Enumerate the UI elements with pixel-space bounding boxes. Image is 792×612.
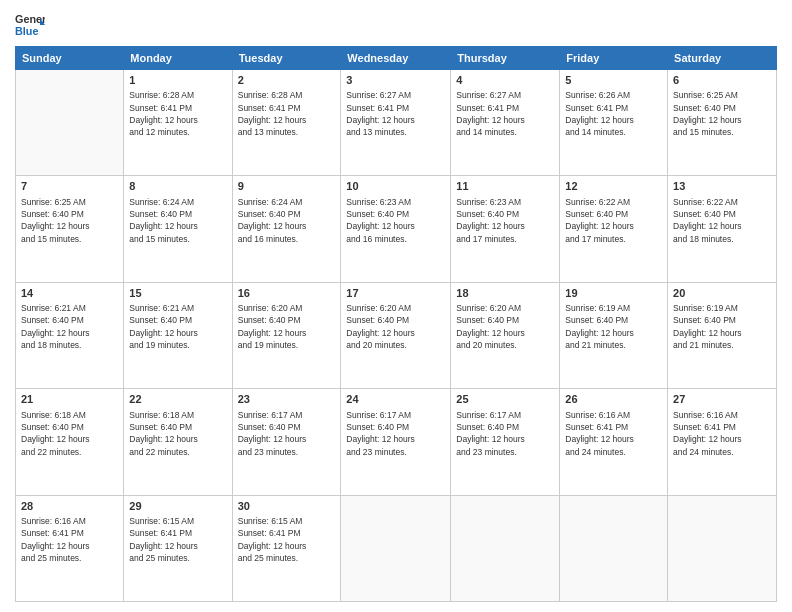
day-number: 13 xyxy=(673,179,771,194)
calendar-cell: 9Sunrise: 6:24 AM Sunset: 6:40 PM Daylig… xyxy=(232,176,341,282)
calendar-cell: 13Sunrise: 6:22 AM Sunset: 6:40 PM Dayli… xyxy=(668,176,777,282)
calendar-cell: 27Sunrise: 6:16 AM Sunset: 6:41 PM Dayli… xyxy=(668,389,777,495)
day-number: 17 xyxy=(346,286,445,301)
day-info: Sunrise: 6:19 AM Sunset: 6:40 PM Dayligh… xyxy=(565,302,662,351)
calendar-cell: 12Sunrise: 6:22 AM Sunset: 6:40 PM Dayli… xyxy=(560,176,668,282)
day-number: 29 xyxy=(129,499,226,514)
day-number: 22 xyxy=(129,392,226,407)
calendar-cell xyxy=(560,495,668,601)
day-info: Sunrise: 6:24 AM Sunset: 6:40 PM Dayligh… xyxy=(129,196,226,245)
day-header-tuesday: Tuesday xyxy=(232,47,341,70)
day-number: 14 xyxy=(21,286,118,301)
day-number: 4 xyxy=(456,73,554,88)
page: General Blue SundayMondayTuesdayWednesda… xyxy=(0,0,792,612)
day-header-thursday: Thursday xyxy=(451,47,560,70)
day-info: Sunrise: 6:20 AM Sunset: 6:40 PM Dayligh… xyxy=(346,302,445,351)
day-info: Sunrise: 6:20 AM Sunset: 6:40 PM Dayligh… xyxy=(238,302,336,351)
calendar-table: SundayMondayTuesdayWednesdayThursdayFrid… xyxy=(15,46,777,602)
week-row-3: 14Sunrise: 6:21 AM Sunset: 6:40 PM Dayli… xyxy=(16,282,777,388)
calendar-cell: 6Sunrise: 6:25 AM Sunset: 6:40 PM Daylig… xyxy=(668,70,777,176)
calendar-header-row: SundayMondayTuesdayWednesdayThursdayFrid… xyxy=(16,47,777,70)
day-info: Sunrise: 6:18 AM Sunset: 6:40 PM Dayligh… xyxy=(21,409,118,458)
day-number: 7 xyxy=(21,179,118,194)
day-number: 26 xyxy=(565,392,662,407)
calendar-cell: 26Sunrise: 6:16 AM Sunset: 6:41 PM Dayli… xyxy=(560,389,668,495)
week-row-4: 21Sunrise: 6:18 AM Sunset: 6:40 PM Dayli… xyxy=(16,389,777,495)
day-info: Sunrise: 6:26 AM Sunset: 6:41 PM Dayligh… xyxy=(565,89,662,138)
calendar-cell xyxy=(16,70,124,176)
calendar-cell xyxy=(341,495,451,601)
day-info: Sunrise: 6:25 AM Sunset: 6:40 PM Dayligh… xyxy=(673,89,771,138)
svg-text:Blue: Blue xyxy=(15,25,38,37)
day-info: Sunrise: 6:24 AM Sunset: 6:40 PM Dayligh… xyxy=(238,196,336,245)
calendar-cell: 8Sunrise: 6:24 AM Sunset: 6:40 PM Daylig… xyxy=(124,176,232,282)
day-header-monday: Monday xyxy=(124,47,232,70)
day-number: 19 xyxy=(565,286,662,301)
day-info: Sunrise: 6:16 AM Sunset: 6:41 PM Dayligh… xyxy=(673,409,771,458)
day-header-sunday: Sunday xyxy=(16,47,124,70)
day-info: Sunrise: 6:22 AM Sunset: 6:40 PM Dayligh… xyxy=(565,196,662,245)
calendar-cell: 3Sunrise: 6:27 AM Sunset: 6:41 PM Daylig… xyxy=(341,70,451,176)
day-info: Sunrise: 6:27 AM Sunset: 6:41 PM Dayligh… xyxy=(456,89,554,138)
calendar-body: 1Sunrise: 6:28 AM Sunset: 6:41 PM Daylig… xyxy=(16,70,777,602)
header: General Blue xyxy=(15,10,777,40)
day-number: 23 xyxy=(238,392,336,407)
calendar-cell: 28Sunrise: 6:16 AM Sunset: 6:41 PM Dayli… xyxy=(16,495,124,601)
day-number: 6 xyxy=(673,73,771,88)
calendar-cell: 2Sunrise: 6:28 AM Sunset: 6:41 PM Daylig… xyxy=(232,70,341,176)
day-info: Sunrise: 6:28 AM Sunset: 6:41 PM Dayligh… xyxy=(129,89,226,138)
day-number: 18 xyxy=(456,286,554,301)
day-info: Sunrise: 6:27 AM Sunset: 6:41 PM Dayligh… xyxy=(346,89,445,138)
week-row-1: 1Sunrise: 6:28 AM Sunset: 6:41 PM Daylig… xyxy=(16,70,777,176)
calendar-cell: 11Sunrise: 6:23 AM Sunset: 6:40 PM Dayli… xyxy=(451,176,560,282)
day-info: Sunrise: 6:16 AM Sunset: 6:41 PM Dayligh… xyxy=(565,409,662,458)
day-number: 10 xyxy=(346,179,445,194)
calendar-cell xyxy=(451,495,560,601)
calendar-cell: 18Sunrise: 6:20 AM Sunset: 6:40 PM Dayli… xyxy=(451,282,560,388)
logo: General Blue xyxy=(15,10,45,40)
calendar-cell: 10Sunrise: 6:23 AM Sunset: 6:40 PM Dayli… xyxy=(341,176,451,282)
day-info: Sunrise: 6:17 AM Sunset: 6:40 PM Dayligh… xyxy=(346,409,445,458)
day-number: 9 xyxy=(238,179,336,194)
day-info: Sunrise: 6:18 AM Sunset: 6:40 PM Dayligh… xyxy=(129,409,226,458)
calendar-cell: 4Sunrise: 6:27 AM Sunset: 6:41 PM Daylig… xyxy=(451,70,560,176)
calendar-cell: 5Sunrise: 6:26 AM Sunset: 6:41 PM Daylig… xyxy=(560,70,668,176)
calendar-cell: 24Sunrise: 6:17 AM Sunset: 6:40 PM Dayli… xyxy=(341,389,451,495)
day-info: Sunrise: 6:23 AM Sunset: 6:40 PM Dayligh… xyxy=(346,196,445,245)
day-number: 20 xyxy=(673,286,771,301)
calendar-cell: 25Sunrise: 6:17 AM Sunset: 6:40 PM Dayli… xyxy=(451,389,560,495)
day-info: Sunrise: 6:16 AM Sunset: 6:41 PM Dayligh… xyxy=(21,515,118,564)
day-info: Sunrise: 6:17 AM Sunset: 6:40 PM Dayligh… xyxy=(238,409,336,458)
day-number: 27 xyxy=(673,392,771,407)
day-info: Sunrise: 6:21 AM Sunset: 6:40 PM Dayligh… xyxy=(21,302,118,351)
day-info: Sunrise: 6:28 AM Sunset: 6:41 PM Dayligh… xyxy=(238,89,336,138)
day-number: 8 xyxy=(129,179,226,194)
calendar-cell: 20Sunrise: 6:19 AM Sunset: 6:40 PM Dayli… xyxy=(668,282,777,388)
calendar-cell: 23Sunrise: 6:17 AM Sunset: 6:40 PM Dayli… xyxy=(232,389,341,495)
calendar-cell: 15Sunrise: 6:21 AM Sunset: 6:40 PM Dayli… xyxy=(124,282,232,388)
calendar-cell: 29Sunrise: 6:15 AM Sunset: 6:41 PM Dayli… xyxy=(124,495,232,601)
day-number: 15 xyxy=(129,286,226,301)
day-info: Sunrise: 6:19 AM Sunset: 6:40 PM Dayligh… xyxy=(673,302,771,351)
day-number: 24 xyxy=(346,392,445,407)
day-info: Sunrise: 6:15 AM Sunset: 6:41 PM Dayligh… xyxy=(129,515,226,564)
day-number: 11 xyxy=(456,179,554,194)
day-info: Sunrise: 6:20 AM Sunset: 6:40 PM Dayligh… xyxy=(456,302,554,351)
calendar-cell: 14Sunrise: 6:21 AM Sunset: 6:40 PM Dayli… xyxy=(16,282,124,388)
calendar-cell: 19Sunrise: 6:19 AM Sunset: 6:40 PM Dayli… xyxy=(560,282,668,388)
day-number: 2 xyxy=(238,73,336,88)
week-row-2: 7Sunrise: 6:25 AM Sunset: 6:40 PM Daylig… xyxy=(16,176,777,282)
day-number: 12 xyxy=(565,179,662,194)
day-number: 25 xyxy=(456,392,554,407)
calendar-cell: 1Sunrise: 6:28 AM Sunset: 6:41 PM Daylig… xyxy=(124,70,232,176)
day-number: 1 xyxy=(129,73,226,88)
day-info: Sunrise: 6:23 AM Sunset: 6:40 PM Dayligh… xyxy=(456,196,554,245)
day-number: 16 xyxy=(238,286,336,301)
day-number: 30 xyxy=(238,499,336,514)
calendar-cell: 16Sunrise: 6:20 AM Sunset: 6:40 PM Dayli… xyxy=(232,282,341,388)
day-number: 3 xyxy=(346,73,445,88)
week-row-5: 28Sunrise: 6:16 AM Sunset: 6:41 PM Dayli… xyxy=(16,495,777,601)
calendar-cell: 7Sunrise: 6:25 AM Sunset: 6:40 PM Daylig… xyxy=(16,176,124,282)
day-number: 21 xyxy=(21,392,118,407)
day-number: 5 xyxy=(565,73,662,88)
